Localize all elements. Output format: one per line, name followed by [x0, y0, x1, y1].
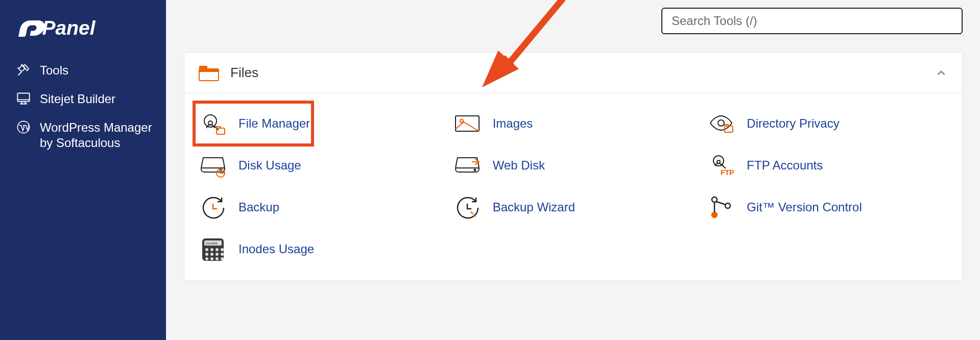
tool-label: Web Disk [493, 158, 545, 173]
tools-icon [15, 62, 32, 78]
git-icon [706, 193, 736, 222]
svg-point-27 [216, 248, 219, 251]
images-link[interactable]: Images [449, 103, 703, 144]
svg-rect-1 [17, 93, 29, 102]
svg-rect-5 [199, 69, 219, 72]
svg-point-29 [205, 253, 208, 256]
search-input[interactable] [661, 8, 963, 34]
inodes-icon: inodes [198, 235, 228, 263]
tool-label: Backup [238, 200, 279, 214]
file-manager-icon [198, 109, 228, 138]
search-bar [184, 8, 963, 34]
files-panel-header[interactable]: Files [184, 53, 962, 93]
svg-point-11 [718, 120, 724, 126]
tool-label: Backup Wizard [493, 200, 575, 214]
web-disk-link[interactable]: Web Disk [449, 144, 703, 186]
files-panel-body: File Manager Images [184, 93, 962, 280]
monitor-icon [15, 90, 32, 107]
sidebar-item-label: Sitejet Builder [40, 90, 115, 107]
svg-point-36 [221, 257, 224, 260]
wordpress-icon [15, 119, 32, 135]
svg-point-30 [210, 253, 213, 256]
files-panel: Files File Manager [184, 52, 963, 281]
tool-label: File Manager [238, 116, 310, 131]
backup-wizard-link[interactable]: Backup Wizard [449, 186, 703, 228]
ftp-accounts-link[interactable]: FTP FTP Accounts [703, 144, 957, 186]
sidebar-item-sitejet[interactable]: Sitejet Builder [15, 90, 156, 107]
svg-point-33 [205, 257, 208, 260]
svg-point-25 [205, 248, 208, 251]
git-version-control-link[interactable]: Git™ Version Control [703, 186, 957, 228]
cpanel-logo: Panel [15, 15, 156, 44]
directory-privacy-icon [706, 109, 736, 138]
tool-label: Inodes Usage [238, 242, 314, 256]
disk-usage-link[interactable]: Disk Usage [195, 144, 449, 186]
svg-point-34 [210, 257, 213, 260]
tool-label: Directory Privacy [747, 116, 839, 131]
chevron-up-icon [935, 66, 948, 80]
svg-point-2 [17, 121, 29, 133]
backup-link[interactable]: Backup [195, 186, 449, 228]
sidebar: Panel Tools Sitejet Builder WordPress Ma… [0, 0, 166, 340]
svg-point-10 [460, 119, 463, 123]
sidebar-item-label: Tools [40, 62, 68, 78]
svg-point-31 [216, 253, 219, 256]
disk-usage-icon [198, 151, 228, 180]
tool-label: Disk Usage [238, 158, 301, 173]
svg-point-15 [474, 169, 475, 171]
backup-icon [198, 193, 228, 222]
images-icon [452, 109, 483, 138]
directory-privacy-link[interactable]: Directory Privacy [703, 103, 957, 144]
svg-point-28 [221, 248, 224, 251]
panel-title: Files [230, 65, 258, 81]
svg-text:Panel: Panel [42, 17, 96, 39]
svg-point-26 [210, 248, 213, 251]
backup-wizard-icon [452, 193, 483, 222]
ftp-accounts-icon: FTP [706, 151, 736, 180]
svg-point-32 [221, 253, 224, 256]
svg-point-35 [216, 257, 219, 260]
inodes-usage-link[interactable]: inodes Inodes Usage [195, 228, 449, 270]
sidebar-nav: Tools Sitejet Builder WordPress Manager … [15, 62, 156, 151]
tool-label: Images [493, 116, 533, 131]
main-content: Files File Manager [166, 0, 980, 340]
sidebar-item-wordpress[interactable]: WordPress Manager by Softaculous [15, 119, 156, 151]
web-disk-icon [452, 151, 483, 180]
sidebar-item-tools[interactable]: Tools [15, 62, 156, 78]
folder-icon [199, 65, 219, 81]
svg-point-20 [712, 212, 717, 217]
sidebar-item-label: WordPress Manager by Softaculous [40, 119, 156, 151]
tool-label: Git™ Version Control [747, 200, 862, 214]
svg-text:FTP: FTP [721, 168, 734, 177]
svg-point-21 [725, 203, 730, 208]
tool-label: FTP Accounts [747, 158, 823, 173]
file-manager-link[interactable]: File Manager [195, 103, 312, 144]
svg-text:inodes: inodes [206, 241, 218, 246]
